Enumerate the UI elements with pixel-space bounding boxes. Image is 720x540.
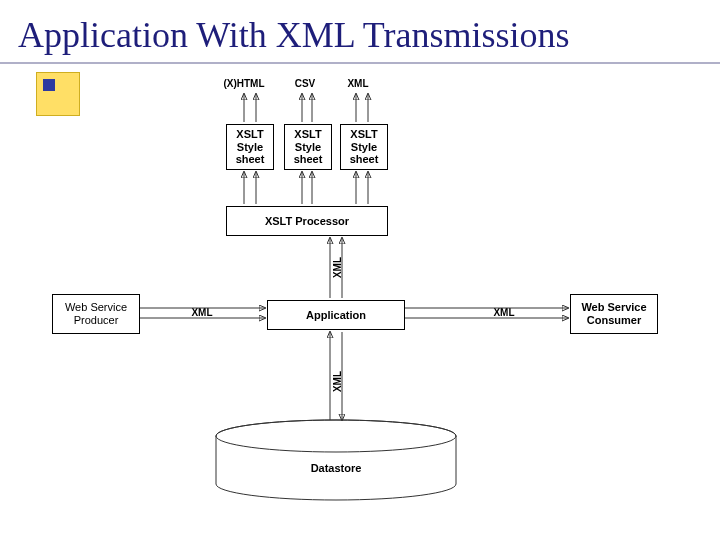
web-service-consumer-box: Web Service Consumer (570, 294, 658, 334)
xslt-stylesheet-2: XSLT Style sheet (284, 124, 332, 170)
xslt-stylesheet-1: XSLT Style sheet (226, 124, 274, 170)
title-underline (0, 62, 720, 64)
xml-label-down: XML (332, 367, 343, 397)
svg-point-0 (216, 420, 456, 452)
application-box: Application (267, 300, 405, 330)
web-service-producer-box: Web Service Producer (52, 294, 140, 334)
title-decoration (36, 72, 80, 116)
output-csv-label: CSV (287, 78, 323, 89)
xml-label-left: XML (188, 307, 216, 318)
datastore-label: Datastore (276, 458, 396, 478)
page-title: Application With XML Transmissions (18, 14, 570, 56)
xslt-processor-box: XSLT Processor (226, 206, 388, 236)
output-xhtml-label: (X)HTML (216, 78, 272, 89)
svg-point-1 (216, 420, 456, 452)
output-xml-label: XML (340, 78, 376, 89)
xslt-stylesheet-3: XSLT Style sheet (340, 124, 388, 170)
xml-label-up: XML (332, 253, 343, 283)
xml-label-right: XML (490, 307, 518, 318)
